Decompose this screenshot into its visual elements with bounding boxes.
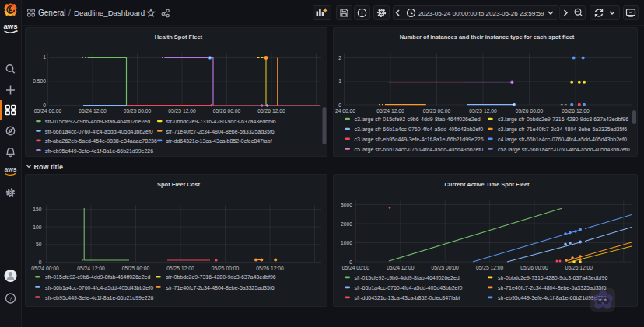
svg-text:Deadline_Dashboard: Deadline_Dashboard xyxy=(74,9,145,17)
svg-text:sfr-66b1a4cc-0760-4fc4-a5dd-40: sfr-66b1a4cc-0760-4fc4-a5dd-405d43bb2ef0 xyxy=(45,129,153,134)
svg-text:05/26 12:00: 05/26 12:00 xyxy=(257,108,285,113)
svg-text:05/25 00:00: 05/25 00:00 xyxy=(124,108,152,113)
svg-text:/: / xyxy=(68,9,71,17)
svg-text:05/24 12:00: 05/24 12:00 xyxy=(387,265,415,270)
svg-text:0: 0 xyxy=(39,259,42,265)
svg-text:05/25 00:00: 05/25 00:00 xyxy=(423,108,451,113)
svg-text:05/24 00:00: 05/24 00:00 xyxy=(34,108,62,113)
svg-text:sfr-eb95c449-3efe-4c1f-8a1e-66: sfr-eb95c449-3efe-4c1f-8a1e-66b21d99e226 xyxy=(45,148,153,154)
svg-text:General: General xyxy=(38,9,66,17)
svg-text:sfr-015cfe92-c9b6-4dd9-8fab-46: sfr-015cfe92-c9b6-4dd9-8fab-464ff026e2ed xyxy=(45,274,150,280)
svg-text:?: ? xyxy=(9,295,12,302)
svg-text:05/24 12:00: 05/24 12:00 xyxy=(79,108,107,113)
svg-text:sfr-66b1a4cc-0760-4fc4-a5dd-40: sfr-66b1a4cc-0760-4fc4-a5dd-405d43bb2ef0 xyxy=(45,285,153,290)
svg-text:05/25 12:00: 05/25 12:00 xyxy=(469,108,497,113)
svg-text:05/24 00:00: 05/24 00:00 xyxy=(342,265,370,270)
svg-text:sfr-dd64321c-13ca-43ca-b852-0c: sfr-dd64321c-13ca-43ca-b852-0cfec847fabf xyxy=(354,295,460,301)
svg-text:0: 0 xyxy=(349,259,352,265)
svg-text:sfr-015cfe92-c9b6-4dd9-8fab-46: sfr-015cfe92-c9b6-4dd9-8fab-464ff026e2ed xyxy=(354,275,459,280)
svg-text:05/24 12:00: 05/24 12:00 xyxy=(77,266,105,271)
svg-text:Spot Fleet Cost: Spot Fleet Cost xyxy=(157,181,201,188)
svg-text:Current Active Time Spot Fleet: Current Active Time Spot Fleet xyxy=(444,181,530,188)
svg-text:05/25 12:00: 05/25 12:00 xyxy=(476,265,504,270)
svg-text:aws: aws xyxy=(4,22,18,30)
svg-text:c5.large sfr-66b1a4cc-0760-4fc: c5.large sfr-66b1a4cc-0760-4fc4-a5dd-405… xyxy=(354,147,483,153)
svg-text:sfr-0bbdc2e9-7316-4280-9dc3-63: sfr-0bbdc2e9-7316-4280-9dc3-637a43edbf96 xyxy=(498,275,607,280)
svg-text:05/26 12:00: 05/26 12:00 xyxy=(565,265,593,270)
svg-text:Row title: Row title xyxy=(34,163,64,171)
svg-text:sfr-71e40fc7-2c34-4804-8ebe-5a: sfr-71e40fc7-2c34-4804-8ebe-5a3325ad35f6 xyxy=(166,285,274,290)
svg-text:c3.large sfr-0bbdc2e9-7316-428: c3.large sfr-0bbdc2e9-7316-4280-9dc3-637… xyxy=(498,117,628,123)
svg-text:05/25 12:00: 05/25 12:00 xyxy=(166,266,194,271)
svg-text:sfr-dd64321c-13ca-43ca-b852-0c: sfr-dd64321c-13ca-43ca-b852-0cfec847fabf xyxy=(166,138,271,144)
svg-text:1: 1 xyxy=(338,78,341,84)
svg-text:05/24 00:00: 05/24 00:00 xyxy=(31,266,59,271)
svg-text:c3.large sfr-71e40fc7-2c34-480: c3.large sfr-71e40fc7-2c34-4804-8ebe-5a3… xyxy=(498,127,627,133)
svg-text:sfr-aba262eb-5aed-454e-9838-e3: sfr-aba262eb-5aed-454e-9838-e34aaae78236 xyxy=(45,138,157,144)
svg-text:c3.large sfr-66b1a4cc-0760-4fc: c3.large sfr-66b1a4cc-0760-4fc4-a5dd-405… xyxy=(354,127,483,133)
svg-text:05/26 00:00: 05/26 00:00 xyxy=(516,108,544,113)
svg-text:0: 0 xyxy=(338,103,341,108)
svg-text:24 00:00: 24 00:00 xyxy=(335,108,355,113)
svg-text:05/25 00:00: 05/25 00:00 xyxy=(122,266,150,271)
svg-text:0.500: 0.500 xyxy=(33,78,46,84)
svg-text:1000: 1000 xyxy=(341,240,352,245)
svg-text:2: 2 xyxy=(338,55,341,61)
svg-text:sfr-0bbdc2e9-7316-4280-9dc3-63: sfr-0bbdc2e9-7316-4280-9dc3-637a43edbf96 xyxy=(166,119,275,124)
svg-text:05/25 12:00: 05/25 12:00 xyxy=(168,108,196,113)
svg-text:c3.large sfr-015cfe92-c9b6-4dd: c3.large sfr-015cfe92-c9b6-4dd9-8fab-464… xyxy=(354,117,480,123)
svg-text:Number of instances and their: Number of instances and their instance t… xyxy=(400,33,575,40)
svg-text:05/25 00:00: 05/25 00:00 xyxy=(432,265,460,270)
svg-text:c5a.large sfr-66b1a4cc-0760-4f: c5a.large sfr-66b1a4cc-0760-4fc4-a5dd-40… xyxy=(498,147,630,153)
svg-text:sfr-66b1a4cc-0760-4fc4-a5dd-40: sfr-66b1a4cc-0760-4fc4-a5dd-405d43bb2ef0 xyxy=(354,285,462,290)
svg-text:100: 100 xyxy=(33,224,41,230)
svg-text:05/26 00:00: 05/26 00:00 xyxy=(213,108,241,113)
svg-text:sfr-eb95c449-3efe-4c1f-8a1e-66: sfr-eb95c449-3efe-4c1f-8a1e-66b21d99e226 xyxy=(45,295,153,301)
svg-text:sfr-015cfe92-c9b6-4dd9-8fab-46: sfr-015cfe92-c9b6-4dd9-8fab-464ff026e2ed xyxy=(45,119,150,124)
svg-text:sfr-0bbdc2e9-7316-4280-9dc3-63: sfr-0bbdc2e9-7316-4280-9dc3-637a43edbf96 xyxy=(166,274,275,280)
svg-text:aws: aws xyxy=(4,165,16,173)
svg-text:05/26 00:00: 05/26 00:00 xyxy=(520,265,548,270)
svg-text:05/26 12:00: 05/26 12:00 xyxy=(256,266,284,271)
svg-text:05/26 00:00: 05/26 00:00 xyxy=(212,266,240,271)
svg-text:05/24 12:00: 05/24 12:00 xyxy=(376,108,404,113)
svg-text:05/26 12:00: 05/26 12:00 xyxy=(562,108,590,113)
svg-text:2000: 2000 xyxy=(341,221,352,227)
svg-text:0: 0 xyxy=(43,103,46,108)
svg-text:2023-05-24 00:00:00 to 2023-05: 2023-05-24 00:00:00 to 2023-05-26 23:59:… xyxy=(418,10,544,17)
svg-text:1: 1 xyxy=(43,54,46,60)
svg-text:150: 150 xyxy=(33,207,41,212)
svg-text:Health Spot Fleet: Health Spot Fleet xyxy=(155,33,203,40)
svg-text:sfr-71e40fc7-2c34-4804-8ebe-5a: sfr-71e40fc7-2c34-4804-8ebe-5a3325ad35f6 xyxy=(166,129,274,134)
svg-text:c4.large sfr-66b1a4cc-0760-4fc: c4.large sfr-66b1a4cc-0760-4fc4-a5dd-405… xyxy=(498,137,627,143)
svg-text:50: 50 xyxy=(36,242,42,247)
svg-text:3000: 3000 xyxy=(341,202,352,207)
svg-text:c3.large sfr-eb95c449-3efe-4c1: c3.large sfr-eb95c449-3efe-4c1f-8a1e-66b… xyxy=(354,137,483,143)
